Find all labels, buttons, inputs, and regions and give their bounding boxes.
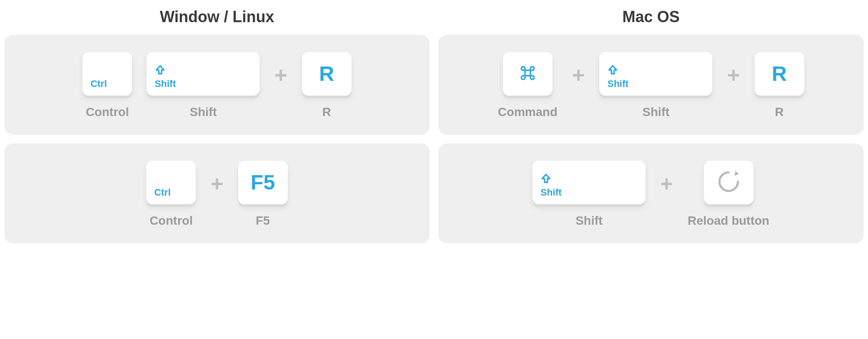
key-caption: R bbox=[775, 105, 784, 119]
key-ctrl: Ctrl bbox=[146, 161, 196, 204]
key-label: Shift bbox=[607, 78, 628, 90]
shortcut-panel: Shift Shift + bbox=[438, 143, 864, 243]
key-label: Ctrl bbox=[154, 187, 171, 198]
key-group-ctrl: Ctrl Control bbox=[146, 161, 196, 228]
key-f5: F5 bbox=[238, 161, 288, 204]
key-caption: R bbox=[322, 105, 331, 119]
key-caption: Shift bbox=[642, 105, 669, 119]
shift-arrow-icon bbox=[540, 173, 552, 186]
key-shift: Shift bbox=[599, 52, 712, 96]
key-group-f5: F5 F5 bbox=[238, 161, 288, 228]
shift-arrow-icon bbox=[607, 64, 618, 77]
key-caption: Control bbox=[86, 105, 129, 119]
column-header: Window / Linux bbox=[4, 0, 430, 35]
key-r: R bbox=[302, 52, 352, 96]
plus-icon: + bbox=[210, 173, 223, 216]
key-caption: Reload button bbox=[688, 214, 769, 228]
key-label: Ctrl bbox=[90, 78, 107, 90]
key-label: F5 bbox=[251, 172, 275, 193]
key-combo: Ctrl Control + F5 F5 bbox=[146, 161, 287, 228]
shortcut-panel: Command + Shift Shift bbox=[438, 35, 864, 135]
plus-icon: + bbox=[660, 173, 673, 216]
key-reload bbox=[704, 161, 753, 204]
column-windows-linux: Window / Linux Ctrl Control bbox=[4, 0, 430, 252]
key-caption: Shift bbox=[575, 214, 602, 228]
key-label: R bbox=[772, 63, 787, 84]
key-caption: Control bbox=[150, 214, 193, 228]
column-header: Mac OS bbox=[438, 0, 864, 35]
key-group-reload: Reload button bbox=[688, 161, 769, 228]
shortcut-panel: Ctrl Control Shift bbox=[4, 35, 430, 135]
key-group-command: Command bbox=[498, 52, 557, 119]
key-caption: Shift bbox=[190, 105, 217, 119]
key-group-shift: Shift Shift bbox=[147, 52, 260, 119]
key-group-r: R R bbox=[755, 52, 804, 119]
key-combo: Shift Shift + bbox=[533, 161, 769, 228]
key-caption: Command bbox=[498, 105, 557, 119]
key-label: Shift bbox=[540, 187, 562, 198]
key-command bbox=[503, 52, 552, 96]
command-icon bbox=[519, 64, 537, 84]
key-r: R bbox=[755, 52, 804, 96]
key-shift: Shift bbox=[147, 52, 260, 96]
key-group-shift: Shift Shift bbox=[533, 161, 645, 228]
key-ctrl: Ctrl bbox=[82, 52, 132, 96]
key-group-ctrl: Ctrl Control bbox=[82, 52, 132, 119]
key-combo: Ctrl Control Shift bbox=[82, 52, 351, 119]
key-shift: Shift bbox=[533, 161, 645, 204]
plus-icon: + bbox=[572, 64, 585, 107]
key-group-r: R R bbox=[302, 52, 352, 119]
key-caption: F5 bbox=[256, 214, 270, 228]
shift-arrow-icon bbox=[155, 64, 166, 77]
key-combo: Command + Shift Shift bbox=[498, 52, 804, 119]
key-label: R bbox=[319, 63, 334, 84]
plus-icon: + bbox=[727, 64, 740, 107]
key-group-shift: Shift Shift bbox=[599, 52, 712, 119]
shortcut-panel: Ctrl Control + F5 F5 bbox=[4, 143, 430, 243]
key-label: Shift bbox=[155, 78, 176, 90]
reload-icon bbox=[715, 168, 742, 197]
plus-icon: + bbox=[274, 64, 287, 107]
column-macos: Mac OS Command + bbox=[438, 0, 864, 252]
